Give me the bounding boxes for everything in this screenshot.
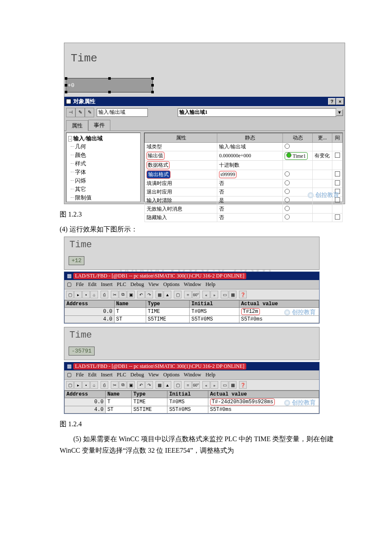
- menu-item[interactable]: View: [148, 281, 159, 288]
- table-row[interactable]: 0.0TTIMET#0MST#12m: [65, 308, 319, 316]
- menu-item[interactable]: PLC: [117, 281, 126, 288]
- toolbar-icon[interactable]: «: [202, 381, 210, 389]
- menu-item[interactable]: Edit: [88, 281, 97, 288]
- menu-item[interactable]: Insert: [101, 372, 112, 378]
- menu-item[interactable]: Help: [205, 372, 215, 378]
- toolbar-icon[interactable]: ❓: [239, 381, 247, 389]
- property-row[interactable]: 填满时应用否: [145, 179, 343, 188]
- property-row[interactable]: 输出值0.000000e+000 Time1有变化: [145, 151, 343, 161]
- brush2-icon[interactable]: ✎: [85, 108, 94, 117]
- toolbar-icon[interactable]: ▭: [221, 381, 228, 389]
- toolbar-icon[interactable]: ▣: [127, 381, 135, 389]
- property-row[interactable]: 无效输入时消息否: [145, 205, 343, 214]
- toolbar-icon[interactable]: ▭: [221, 291, 228, 298]
- lad-toolbar-a[interactable]: ▢▸▪⌂⎙✂⧉▣↶↷▦▲▢≡60°«»▭▦❓: [64, 289, 319, 300]
- toolbar-icon[interactable]: ▢: [66, 381, 74, 389]
- lad-titlebar-a: ▦ LAD/STL/FBD - [@DB1 -- pc station\SIMA…: [64, 272, 319, 280]
- property-row[interactable]: 输出格式s99999: [145, 170, 343, 179]
- close-button[interactable]: ×: [336, 98, 344, 105]
- toolbar-icon[interactable]: ↷: [145, 381, 153, 389]
- toolbar-icon[interactable]: ↶: [137, 291, 145, 298]
- toolbar-icon[interactable]: ≡: [184, 381, 192, 389]
- toolbar-icon[interactable]: ⧉: [119, 291, 127, 298]
- col-header: Name: [114, 301, 146, 308]
- property-row[interactable]: 隐藏输入否: [145, 214, 343, 222]
- toolbar-icon[interactable]: ▸: [74, 381, 82, 389]
- toolbar-icon[interactable]: 60°: [192, 381, 200, 389]
- toolbar-icon[interactable]: ▢: [174, 291, 182, 298]
- tree-item[interactable]: 闪烁: [75, 176, 138, 185]
- toolbar-icon[interactable]: ⧉: [119, 381, 127, 389]
- toolbar-icon[interactable]: ▦: [156, 381, 163, 389]
- menu-item[interactable]: Help: [205, 281, 215, 288]
- toolbar-icon[interactable]: ▢: [174, 381, 182, 389]
- menu-item[interactable]: File: [76, 372, 84, 378]
- toolbar-icon[interactable]: ✂: [111, 381, 118, 389]
- toolbar-icon[interactable]: ▦: [229, 291, 236, 298]
- tree-item[interactable]: 其它: [75, 185, 138, 194]
- object-name-field[interactable]: 输入输出域1: [178, 108, 336, 117]
- property-row[interactable]: 域类型输入/输出域: [145, 143, 343, 151]
- toolbar-icon[interactable]: ▢: [66, 291, 74, 298]
- toolbar-icon[interactable]: «: [202, 291, 210, 298]
- menu-item[interactable]: Debug: [130, 372, 144, 378]
- toolbar-icon[interactable]: ▪: [82, 291, 90, 298]
- lad-menubar-a[interactable]: ▢FileEditInsertPLCDebugViewOptionsWindow…: [64, 280, 319, 289]
- toolbar-icon[interactable]: ⌂: [90, 381, 98, 389]
- toolbar-icon[interactable]: »: [210, 291, 218, 298]
- toolbar-icon[interactable]: ⎙: [101, 381, 108, 389]
- menu-item[interactable]: Options: [163, 281, 179, 288]
- lad-menubar-b[interactable]: ▢FileEditInsertPLCDebugViewOptionsWindow…: [64, 370, 319, 380]
- toolbar-icon[interactable]: ▲: [164, 381, 171, 389]
- tree-item[interactable]: 字体: [75, 168, 138, 176]
- menu-item[interactable]: View: [148, 372, 159, 378]
- dropdown-icon[interactable]: ▾: [336, 109, 343, 116]
- property-row[interactable]: 数据格式十进制数: [145, 161, 343, 170]
- io-field-value: +0: [68, 82, 75, 89]
- menu-item[interactable]: Options: [163, 372, 179, 378]
- col-header: Type: [146, 301, 189, 308]
- menu-item[interactable]: Insert: [101, 281, 112, 288]
- table-row[interactable]: 4.0STS5TIMES5T#0MSS5T#0ms: [65, 406, 319, 413]
- lad-toolbar-b[interactable]: ▢▸▪⌂⎙✂⧉▣↶↷▦▲▢≡60°«»▭▦❓: [64, 380, 319, 390]
- tree-root[interactable]: 输入/输出域: [73, 135, 103, 142]
- menu-item[interactable]: PLC: [117, 372, 126, 378]
- col-header: Actual value: [239, 301, 319, 308]
- toolbar-icon[interactable]: ⌂: [90, 291, 98, 298]
- pin-icon[interactable]: ⊣: [66, 108, 75, 117]
- col-update: 更...: [313, 133, 332, 143]
- help-button[interactable]: ?: [328, 98, 336, 105]
- menu-item[interactable]: File: [76, 281, 84, 288]
- tab-properties[interactable]: 属性: [66, 120, 88, 131]
- object-type-field: 输入/输出域: [97, 108, 148, 117]
- menu-item[interactable]: Window: [184, 372, 201, 378]
- toolbar-icon[interactable]: ▲: [164, 291, 171, 298]
- toolbar-icon[interactable]: ❓: [239, 291, 247, 298]
- toolbar-icon[interactable]: ▦: [229, 381, 236, 389]
- tree-item[interactable]: 几何: [75, 142, 138, 151]
- toolbar-icon[interactable]: ⎙: [101, 291, 108, 298]
- toolbar-icon[interactable]: ✂: [111, 291, 118, 298]
- table-row[interactable]: 4.0STS5TIMES5T#0MSS5T#0ms: [65, 316, 319, 323]
- toolbar-icon[interactable]: 60°: [192, 291, 200, 298]
- table-row[interactable]: 0.0TTIMET#0MST#-24d20h30m59s928ms: [65, 398, 319, 406]
- menu-item[interactable]: Edit: [88, 372, 97, 378]
- io-field[interactable]: +0: [66, 78, 153, 92]
- tree-item[interactable]: 样式: [75, 159, 138, 168]
- menu-item[interactable]: Window: [184, 281, 201, 288]
- tab-events[interactable]: 事件: [88, 120, 110, 130]
- toolbar-icon[interactable]: »: [210, 381, 218, 389]
- property-tree[interactable]: -输入/输出域 几何颜色样式字体闪烁其它限制值输出/输入: [66, 133, 141, 202]
- toolbar-icon[interactable]: ▣: [127, 291, 135, 298]
- tree-item[interactable]: 限制值: [75, 194, 138, 202]
- toolbar-icon[interactable]: ≡: [184, 291, 192, 298]
- brush1-icon[interactable]: ✎: [75, 108, 85, 117]
- toolbar-icon[interactable]: ▪: [82, 381, 90, 389]
- menu-item[interactable]: Debug: [130, 281, 144, 288]
- toolbar-icon[interactable]: ▦: [156, 291, 163, 298]
- toolbar-icon[interactable]: ↶: [137, 381, 145, 389]
- lad-window-a: ▦ LAD/STL/FBD - [@DB1 -- pc station\SIMA…: [64, 272, 320, 324]
- toolbar-icon[interactable]: ▸: [74, 291, 82, 298]
- tree-item[interactable]: 颜色: [75, 151, 138, 159]
- toolbar-icon[interactable]: ↷: [145, 291, 153, 298]
